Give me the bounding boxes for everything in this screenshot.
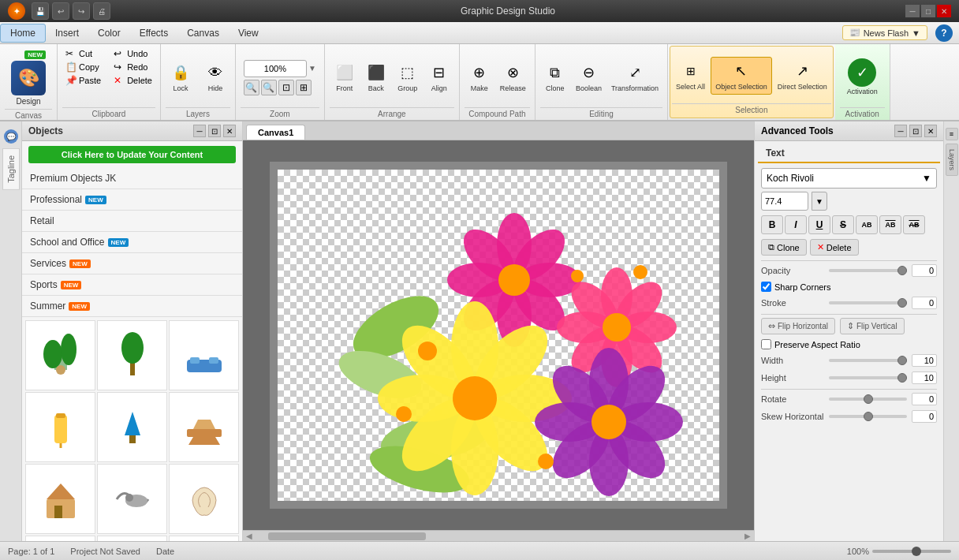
design-button[interactable]: NEW 🎨 Design xyxy=(5,47,52,109)
group-button[interactable]: ⬚ Group xyxy=(393,59,423,95)
zoom-in-button[interactable]: 🔍 xyxy=(261,80,277,95)
thumb-8[interactable] xyxy=(169,464,239,534)
font-selector[interactable]: Koch Rivoli ▼ xyxy=(761,168,937,189)
redo-button[interactable]: ↪ Redo xyxy=(110,61,155,73)
text-tab[interactable]: Text xyxy=(758,144,940,163)
menu-effects[interactable]: Effects xyxy=(130,24,177,42)
adv-pin-button[interactable]: ─ xyxy=(894,125,907,137)
panel-float-button[interactable]: ⊡ xyxy=(208,125,221,137)
thumb-9[interactable] xyxy=(25,536,95,541)
adv-close-button[interactable]: ✕ xyxy=(924,125,937,137)
thumb-2[interactable] xyxy=(169,320,239,390)
news-flash[interactable]: 📰 News Flash ▼ xyxy=(842,25,927,40)
print-icon[interactable]: 🖨 xyxy=(93,2,110,20)
chat-icon[interactable]: 💬 xyxy=(4,129,18,144)
font-size-dropdown[interactable]: ▼ xyxy=(812,192,827,211)
italic-button[interactable]: I xyxy=(785,215,807,234)
smallcaps-button[interactable]: AB xyxy=(879,215,901,234)
height-slider-thumb[interactable] xyxy=(897,373,907,383)
thumb-11[interactable] xyxy=(169,536,239,541)
back-button[interactable]: ⬛ Back xyxy=(361,59,391,95)
align-button[interactable]: ⊟ Align xyxy=(424,59,454,95)
transformation-button[interactable]: ⤢ Transformation xyxy=(607,59,662,95)
paste-button[interactable]: 📌 Paste xyxy=(62,74,104,87)
layers-tab[interactable]: Layers xyxy=(946,144,958,176)
sharp-corners-checkbox[interactable] xyxy=(761,282,771,292)
opacity-slider-thumb[interactable] xyxy=(897,266,907,275)
clone-action-button[interactable]: ⧉ Clone xyxy=(761,239,807,256)
thumb-6[interactable] xyxy=(25,464,95,534)
canvas-tab-1[interactable]: Canvas1 xyxy=(246,125,305,140)
copy-button[interactable]: 📋 Copy xyxy=(62,61,104,73)
adv-float-button[interactable]: ⊡ xyxy=(909,125,922,137)
underline-button[interactable]: U xyxy=(808,215,830,234)
delete-button[interactable]: ✕ Delete xyxy=(110,74,155,87)
release-button[interactable]: ⊗ Release xyxy=(496,59,530,95)
category-services[interactable]: Services NEW xyxy=(22,253,242,274)
bold-button[interactable]: B xyxy=(761,215,783,234)
stroke-slider[interactable] xyxy=(829,301,907,304)
category-premium[interactable]: Premium Objects JK xyxy=(22,168,242,189)
status-zoom-thumb[interactable] xyxy=(912,547,921,556)
undo-icon[interactable]: ↩ xyxy=(52,2,69,20)
zoom-dropdown-arrow[interactable]: ▼ xyxy=(308,64,316,73)
panel-close-button[interactable]: ✕ xyxy=(223,125,236,137)
zoom-fit-button[interactable]: ⊡ xyxy=(278,80,294,95)
menu-insert[interactable]: Insert xyxy=(46,24,88,42)
category-professional[interactable]: Professional NEW xyxy=(22,189,242,211)
category-sports[interactable]: Sports NEW xyxy=(22,274,242,296)
select-all-button[interactable]: ⊞ Select All xyxy=(672,58,709,94)
direct-selection-button[interactable]: ↗ Direct Selection xyxy=(774,58,831,94)
menu-color[interactable]: Color xyxy=(88,24,130,42)
category-retail[interactable]: Retail xyxy=(22,211,242,232)
preserve-ratio-checkbox[interactable] xyxy=(761,339,771,349)
hide-button[interactable]: 👁 Hide xyxy=(200,59,230,95)
zoom-actual-button[interactable]: ⊞ xyxy=(296,80,312,95)
thumb-1[interactable] xyxy=(97,320,167,390)
flip-v-button[interactable]: ⇕ Flip Vertical xyxy=(840,318,905,334)
thumb-10[interactable] xyxy=(97,536,167,541)
width-slider[interactable] xyxy=(829,359,907,362)
width-slider-thumb[interactable] xyxy=(897,356,907,365)
strikethrough-button[interactable]: S xyxy=(832,215,854,234)
zoom-input[interactable] xyxy=(244,60,307,77)
rotate-slider-thumb[interactable] xyxy=(864,394,873,404)
minimize-button[interactable]: ─ xyxy=(905,5,920,17)
activation-button[interactable]: ✓ Activation xyxy=(843,56,882,99)
menu-canvas[interactable]: Canvas xyxy=(177,24,229,42)
canvas-drawing-area[interactable] xyxy=(278,170,719,501)
thumb-0[interactable] xyxy=(25,320,95,390)
rotate-slider[interactable] xyxy=(829,398,907,401)
thumb-7[interactable] xyxy=(97,464,167,534)
skew-h-slider[interactable] xyxy=(829,415,907,418)
front-button[interactable]: ⬜ Front xyxy=(330,59,360,95)
opacity-slider[interactable] xyxy=(829,269,907,272)
lock-button[interactable]: 🔒 Lock xyxy=(166,59,196,95)
clone-ribbon-button[interactable]: ⧉ Clone xyxy=(540,59,570,95)
maximize-button[interactable]: □ xyxy=(921,5,935,17)
height-slider[interactable] xyxy=(829,376,907,379)
thumb-3[interactable] xyxy=(25,392,95,462)
panel-pin-button[interactable]: ─ xyxy=(193,125,206,137)
tagline-tab[interactable]: Tagline xyxy=(2,148,20,190)
canvas-viewport[interactable] xyxy=(243,140,754,530)
thumb-5[interactable] xyxy=(169,392,239,462)
update-content-button[interactable]: Click Here to Update Your Content xyxy=(28,146,236,163)
layers-icon-btn[interactable]: ≡ xyxy=(946,128,958,140)
font-size-input[interactable] xyxy=(761,192,808,211)
menu-home[interactable]: Home xyxy=(0,24,46,43)
category-school[interactable]: School and Office NEW xyxy=(22,232,242,253)
allcaps-button[interactable]: AB xyxy=(856,215,878,234)
delete-action-button[interactable]: ✕ Delete xyxy=(810,239,859,256)
redo-icon[interactable]: ↪ xyxy=(73,2,90,20)
stroke-slider-thumb[interactable] xyxy=(897,298,907,308)
skew-h-slider-thumb[interactable] xyxy=(864,412,873,421)
close-button[interactable]: ✕ xyxy=(937,5,951,17)
category-summer[interactable]: Summer NEW xyxy=(22,296,242,317)
help-button[interactable]: ? xyxy=(935,24,953,42)
canvas-horizontal-scrollbar[interactable]: ◀ ▶ xyxy=(243,530,754,541)
zoom-out-button[interactable]: 🔍 xyxy=(244,80,259,95)
boolean-button[interactable]: ⊖ Boolean xyxy=(572,59,606,95)
thumb-4[interactable] xyxy=(97,392,167,462)
object-selection-button[interactable]: ↖ Object Selection xyxy=(711,57,772,95)
